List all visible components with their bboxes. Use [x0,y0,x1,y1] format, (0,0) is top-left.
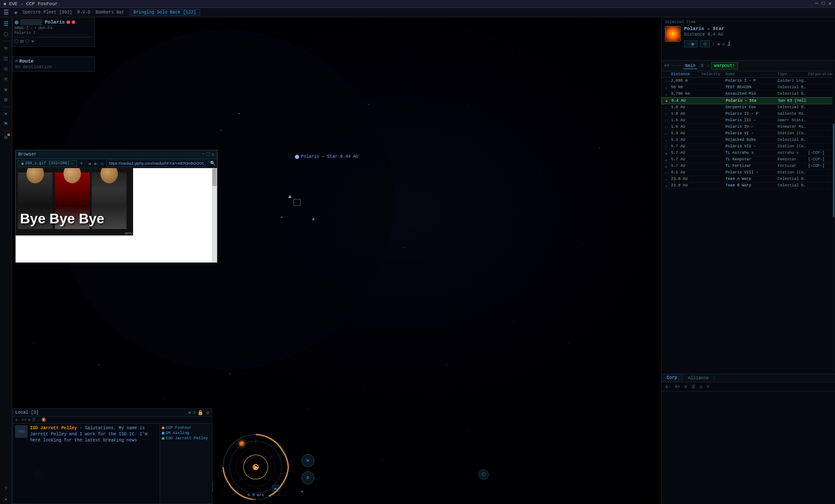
hud-dock-btn[interactable]: D [301,471,314,484]
sidebar-item-help[interactable]: ? [1,484,11,494]
browser-new-tab-btn[interactable]: + [78,160,85,167]
bombers-channel[interactable]: Bombers Bar [96,10,124,15]
sidebar-item-corp[interactable]: ⊞ [1,95,11,105]
sidebar-item-market[interactable]: ◎ [1,64,11,73]
chat-settings-btn[interactable]: ⚙ [28,418,30,422]
col-type[interactable]: Type [777,72,807,77]
overview-row-11[interactable]: △ 5.7 AU TL Astrahu s Astrahu s [-CCP-] … [661,150,835,156]
overview-row-10[interactable]: □ 5.7 AU Polaris VII – Station (Conq [661,143,835,150]
browser-back-btn[interactable]: ◀ [87,160,92,167]
chat-mute-btn[interactable]: 🔇 [41,418,46,422]
skills-icon[interactable]: ▤ [20,38,23,44]
si-target-icon[interactable]: ◎ [722,42,725,46]
sidebar-item-menu[interactable]: ☰ [1,19,11,29]
sidebar-item-char[interactable]: ⬡ [1,30,11,39]
si-eye-icon[interactable]: ◉ [717,42,719,46]
member-gm[interactable]: GM Aisling [162,431,210,436]
sidebar-item-contracts[interactable]: ≡ [1,74,11,84]
sidebar-item-wallet[interactable]: ◈ [1,85,11,94]
overview-row-4[interactable]: △ 1.0 AU Serpentis Cov Celestial Bea [661,104,835,111]
ov-tab-warpout[interactable]: warpout! [711,62,738,70]
rvd-channel[interactable]: R-V-D [77,10,90,15]
overview-row-1[interactable]: △ 50 km TEST BEACON Celestial Bea [661,84,835,91]
alliance-tab[interactable]: Alliance [683,375,715,382]
browser-tab-1[interactable]: ◉ 200_s.gif (331×200) ✕ [17,160,77,167]
browser-tab-close[interactable]: ✕ [71,162,73,166]
col-velocity[interactable]: Velocity [701,72,725,77]
overview-row-8[interactable]: □ 5.3 AU Polaris VI – Station (Conq [661,130,835,137]
orbit-button[interactable]: ⊙ [700,40,710,47]
corp-grow-btn[interactable]: A+ [674,384,681,390]
col-corp[interactable]: Corporation [807,72,833,77]
overview-row-7[interactable]: □ 1.6 AU Polaris IV – Minmatar Mini [661,124,835,130]
sidebar-item-debug[interactable]: ✦ [1,494,11,504]
member-ccp[interactable]: CCP FoxFour [162,425,210,431]
ship-icon[interactable]: ▲ [288,194,291,200]
corp-tab[interactable]: Corp [661,374,683,382]
member-isd[interactable]: ISD Jarrett Pelley [162,436,210,441]
close-button[interactable]: ✕ [828,0,832,7]
sidebar-item-chat[interactable]: ✉ [1,43,11,53]
chat-scroll-btn[interactable]: ↓ [37,418,40,422]
chat-message-1: ISD ISD Jarrett Pelley › Salutations. My… [15,425,157,444]
ov-tab-main[interactable]: main [683,63,697,69]
chat-sender-1[interactable]: ISD Jarrett Pelley [30,426,77,431]
browser-scrollbar[interactable] [212,168,217,262]
overview-row-0[interactable]: □ 2,098 m Polaris I – P Caldari Logist [661,78,835,84]
overview-row-5[interactable]: □ 1.0 AU Polaris II – P Gallente Milt [661,111,835,117]
approach-button[interactable]: →◉ [684,40,698,47]
overview-row-9[interactable]: △ 5.3 AU Hijacked Subs Celestial Bea [661,137,835,143]
si-info-button[interactable]: i [727,40,731,47]
overview-row-15[interactable]: △ 23.8 AU Team A Warp Celestial Bea [661,176,835,182]
overview-row-14[interactable]: □ 8.1 AU Polaris VIII – Station (Conq [661,169,835,176]
overview-row-2[interactable]: △ 9,790 km Assaulted Min Celestial Bea [661,91,835,97]
browser-max-btn[interactable]: □ [207,151,210,158]
overview-row-13[interactable]: △ 5.7 AU TL Fortizar Fortizar [-CCP-] [C… [661,163,835,169]
col-distance[interactable]: Distance [670,72,701,77]
browser-forward-btn[interactable]: ▶ [93,160,99,167]
hud-drone-btn[interactable]: ⬡ [478,469,489,480]
bringing-solo-channel[interactable]: Bringing Solo Back [122] [130,9,200,16]
sidebar-item-settings[interactable]: ⚙ [1,133,11,142]
maximize-button[interactable]: □ [822,0,825,7]
chat-shrink-btn[interactable]: a- [15,418,20,422]
overview-row-3[interactable]: ● 0.4 AU Polaris – Sta Sun K3 (Yell [661,97,835,104]
expand-hud-btn[interactable]: ▶ [272,485,279,492]
titlebar-controls[interactable]: — □ ✕ [815,0,832,7]
col-name[interactable]: Name [725,72,777,77]
corp-info-btn[interactable]: ◎ [698,384,704,390]
menu-icon[interactable]: ☰ [3,9,9,16]
browser-min-btn[interactable]: − [201,151,204,158]
standings-icon[interactable]: ◈ [31,38,34,44]
corp-list-btn[interactable]: ≡ [705,384,711,390]
browser-refresh-btn[interactable]: ↻ [100,160,105,167]
ov-tab-arrow[interactable]: ‹ [707,63,709,68]
overview-row-6[interactable]: □ 1.5 AU Polaris III – Amarr Station [661,117,835,124]
corp-settings-btn[interactable]: ⚙ [683,384,688,390]
polaris-star-label[interactable]: Polaris – Star 0.44 AU [295,154,358,159]
browser-search-btn[interactable]: 🔍 [210,161,215,166]
overview-scroll-thumb[interactable] [833,123,835,217]
speed-increase-btn[interactable]: + [301,489,304,495]
chat-filter-btn[interactable]: ☰ [32,418,36,422]
overview-scrollbar[interactable] [832,61,835,374]
fleet-channel[interactable]: Spectre Fleet [392] [23,10,72,15]
char-sheet-icon[interactable]: ⬡ [14,38,19,44]
minimize-button[interactable]: — [815,0,818,7]
sidebar-item-assets[interactable]: ◫ [1,53,11,63]
sidebar-item-skills[interactable]: ★ [1,109,11,118]
corp-chat-btn[interactable]: ☰ [690,384,697,390]
hud-warp-btn[interactable]: W [301,454,314,467]
overview-row-16[interactable]: △ 23.8 AU Team B Warp Celestial Bea [661,182,835,189]
corp-shrink-btn[interactable]: a- [664,384,672,390]
browser-close-btn[interactable]: ✕ [211,151,214,158]
svg-point-40 [569,343,569,344]
chat-grow-btn[interactable]: A+ [22,418,27,422]
browser-scroll-thumb[interactable] [212,169,217,186]
sidebar-item-agency[interactable]: ⚑ [1,119,11,129]
ov-tab-num[interactable]: 3 [699,63,705,69]
browser-url-input[interactable] [107,160,208,167]
overview-row-12[interactable]: △ 5.7 AU TL Keepstar Keepstar [-CCP-] [C… [661,156,835,163]
svg-point-34 [534,83,534,83]
implants-icon[interactable]: ⬠ [25,38,30,44]
